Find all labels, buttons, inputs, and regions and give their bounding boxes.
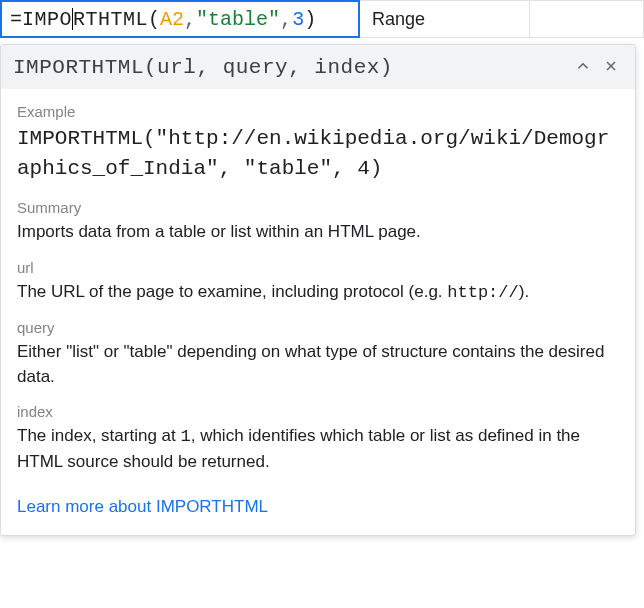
equals-sign: =: [10, 8, 22, 31]
function-signature: IMPORTHTML(url, query, index): [13, 56, 569, 79]
string-arg: "table": [196, 8, 280, 31]
close-icon: [603, 58, 619, 77]
func-name-part1: IMPO: [22, 8, 72, 31]
summary-label: Summary: [17, 199, 619, 216]
param-index-name: index: [17, 403, 619, 420]
help-header: IMPORTHTML(url, query, index): [1, 45, 635, 89]
function-help-tooltip: IMPORTHTML(url, query, index) Example IM…: [0, 44, 636, 536]
chevron-up-icon: [574, 57, 592, 78]
empty-cell[interactable]: [530, 0, 644, 38]
collapse-button[interactable]: [569, 53, 597, 81]
param-query-name: query: [17, 319, 619, 336]
spreadsheet-row: =IMPORTHTML(A2,"table",3) Range: [0, 0, 644, 38]
param-index-desc: The index, starting at 1, which identifi…: [17, 424, 619, 474]
param-url-name: url: [17, 259, 619, 276]
formula-input-cell[interactable]: =IMPORTHTML(A2,"table",3): [0, 0, 360, 38]
adjacent-cell-text: Range: [372, 9, 425, 30]
learn-more-link[interactable]: Learn more about IMPORTHTML: [17, 497, 268, 517]
number-arg: 3: [292, 8, 304, 31]
example-label: Example: [17, 103, 619, 120]
help-body: Example IMPORTHTML("http://en.wikipedia.…: [1, 89, 635, 535]
param-url-desc: The URL of the page to examine, includin…: [17, 280, 619, 306]
close-button[interactable]: [597, 53, 625, 81]
example-code: IMPORTHTML("http://en.wikipedia.org/wiki…: [17, 124, 619, 185]
summary-text: Imports data from a table or list within…: [17, 220, 619, 245]
adjacent-cell[interactable]: Range: [360, 0, 530, 38]
cell-ref: A2: [160, 8, 184, 31]
func-name-part2: RTHTML: [73, 8, 148, 31]
param-query-desc: Either "list" or "table" depending on wh…: [17, 340, 619, 389]
